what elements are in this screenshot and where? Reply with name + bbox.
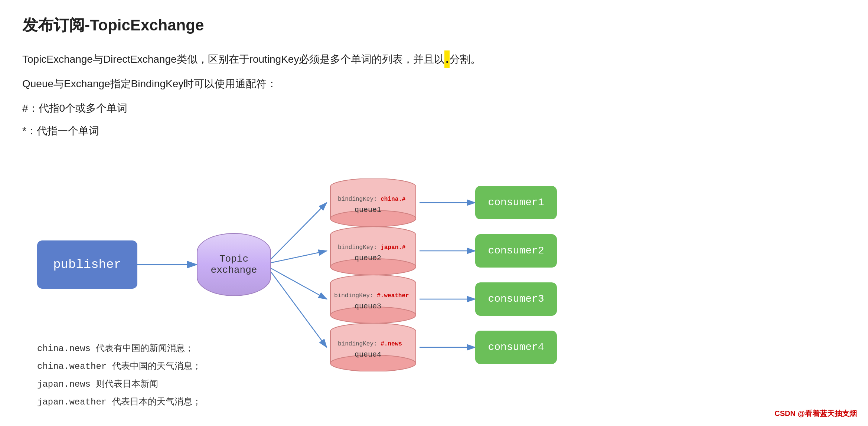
watermark: CSDN @看着蓝天抽支烟 bbox=[774, 409, 857, 419]
note-3: japan.news 则代表日本新闻 bbox=[37, 376, 201, 393]
consumer-3-box: consumer3 bbox=[475, 282, 557, 316]
svg-text:bindingKey: japan.#: bindingKey: japan.# bbox=[338, 244, 406, 251]
svg-line-4 bbox=[271, 268, 327, 299]
exchange-box: Topic exchange bbox=[197, 233, 271, 296]
publisher-box: publisher bbox=[37, 240, 137, 289]
queue-4: bindingKey: #.news queue4 bbox=[327, 323, 420, 371]
queue-2: bindingKey: japan.# queue2 bbox=[327, 227, 420, 275]
description-2: Queue与Exchange指定BindingKey时可以使用通配符： bbox=[22, 75, 846, 93]
description-1: TopicExchange与DirectExchange类似，区别在于routi… bbox=[22, 50, 846, 68]
svg-text:queue1: queue1 bbox=[355, 206, 381, 214]
publisher-label: publisher bbox=[53, 258, 121, 272]
svg-line-2 bbox=[271, 203, 327, 259]
note-4: japan.weather 代表日本的天气消息； bbox=[37, 393, 201, 411]
queue-3: bindingKey: #.weather queue3 bbox=[327, 275, 420, 323]
svg-text:queue2: queue2 bbox=[355, 254, 381, 262]
exchange-line1: Topic bbox=[219, 253, 248, 265]
consumer-2-box: consumer2 bbox=[475, 234, 557, 268]
note-1: china.news 代表有中国的新闻消息； bbox=[37, 340, 201, 358]
queue-1: bindingKey: china.# queue1 bbox=[327, 178, 420, 227]
diagram: publisher Topic exchange bindingKey: chi… bbox=[37, 155, 668, 407]
svg-line-3 bbox=[271, 251, 327, 263]
exchange-ellipse: Topic exchange bbox=[197, 233, 271, 296]
page-title: 发布订阅-TopicExchange bbox=[22, 15, 846, 36]
svg-line-5 bbox=[271, 272, 327, 347]
note-2: china.weather 代表中国的天气消息； bbox=[37, 358, 201, 376]
consumer-1-label: consumer1 bbox=[488, 197, 544, 208]
consumer-4-label: consumer4 bbox=[488, 341, 544, 353]
wildcard-star: *：代指一个单词 bbox=[22, 122, 846, 140]
consumer-2-label: consumer2 bbox=[488, 245, 544, 256]
exchange-line2: exchange bbox=[211, 265, 257, 276]
svg-text:queue3: queue3 bbox=[355, 302, 381, 311]
wildcard-hash: #：代指0个或多个单词 bbox=[22, 99, 846, 118]
svg-text:queue4: queue4 bbox=[355, 350, 381, 359]
consumer-4-box: consumer4 bbox=[475, 331, 557, 364]
svg-text:bindingKey: #.news: bindingKey: #.news bbox=[338, 341, 402, 347]
consumer-3-label: consumer3 bbox=[488, 293, 544, 305]
consumer-1-box: consumer1 bbox=[475, 186, 557, 219]
svg-text:bindingKey: china.#: bindingKey: china.# bbox=[338, 196, 406, 203]
svg-text:bindingKey: #.weather: bindingKey: #.weather bbox=[334, 292, 409, 299]
notes-block: china.news 代表有中国的新闻消息； china.weather 代表中… bbox=[37, 340, 201, 411]
